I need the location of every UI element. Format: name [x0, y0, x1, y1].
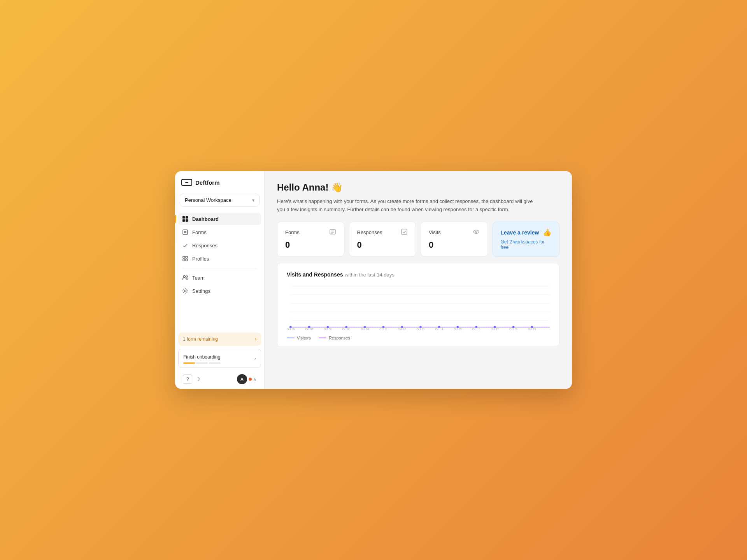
- svg-point-13: [184, 290, 186, 292]
- svg-text:Oct 15: Oct 15: [454, 328, 462, 331]
- responses-icon: [182, 242, 188, 248]
- progress-step-3: [209, 362, 221, 364]
- svg-text:2: 2: [287, 310, 287, 314]
- onboarding-arrow: ›: [254, 355, 256, 361]
- stat-card-responses-header: Responses: [357, 228, 408, 237]
- form-remaining-text: 1 form remaining: [183, 336, 218, 342]
- svg-text:Oct 09: Oct 09: [342, 328, 351, 331]
- sidebar-item-dashboard[interactable]: Dashboard: [178, 213, 261, 225]
- logo-icon: [181, 179, 192, 186]
- svg-text:1: 1: [287, 319, 287, 322]
- stat-visits-label: Visits: [429, 229, 441, 235]
- help-icon[interactable]: ?: [183, 374, 192, 384]
- dashboard-icon: [182, 216, 188, 222]
- sidebar-bottom: 1 form remaining › Finish onboarding › ?: [175, 332, 264, 384]
- svg-rect-2: [182, 219, 185, 222]
- svg-text:3: 3: [287, 302, 287, 305]
- responses-legend-dot: [319, 338, 326, 338]
- workspace-selector[interactable]: Personal Workspace ▾: [180, 194, 260, 206]
- svg-text:Oct 17: Oct 17: [491, 328, 499, 331]
- avatar-area[interactable]: A ∧: [237, 374, 256, 384]
- progress-step-2: [196, 362, 208, 364]
- visitors-legend-label: Visitors: [297, 336, 311, 340]
- review-label: Leave a review: [501, 229, 539, 236]
- svg-text:Oct 10: Oct 10: [361, 328, 369, 331]
- moon-icon[interactable]: ☽: [195, 376, 200, 382]
- svg-text:Oct 16: Oct 16: [472, 328, 480, 331]
- svg-rect-1: [186, 216, 188, 219]
- sidebar-item-forms[interactable]: Forms: [178, 226, 261, 238]
- stat-card-visits: Visits 0: [421, 222, 488, 257]
- profiles-icon: [182, 256, 188, 262]
- stat-visits-value: 0: [429, 240, 480, 250]
- main-content: Hello Anna! 👋 Here's what's happening wi…: [265, 171, 572, 389]
- page-description: Here's what's happening with your forms.…: [277, 198, 542, 214]
- stat-forms-label: Forms: [285, 229, 300, 235]
- legend-visitors: Visitors: [287, 336, 311, 340]
- chart-area: 5 4 3 2 1 0: [287, 284, 550, 339]
- app-name: Deftform: [195, 179, 220, 186]
- review-card[interactable]: Leave a review 👍 Get 2 workspaces for fr…: [493, 222, 560, 257]
- sidebar: Deftform Personal Workspace ▾ Dashboard: [175, 171, 265, 389]
- svg-text:Oct 19: Oct 19: [528, 328, 536, 331]
- chart-title: Visits and Responses: [287, 271, 343, 278]
- svg-rect-3: [186, 219, 188, 222]
- svg-point-20: [475, 231, 477, 233]
- form-remaining-banner[interactable]: 1 form remaining ›: [178, 332, 261, 346]
- chart-subtitle: within the last 14 days: [345, 272, 395, 278]
- nav-section: Dashboard Forms: [175, 213, 264, 332]
- footer-icons: ? ☽: [183, 374, 200, 384]
- review-card-header: Leave a review 👍: [501, 228, 552, 237]
- chevron-up-icon: ∧: [253, 377, 256, 382]
- sidebar-forms-label: Forms: [192, 229, 207, 235]
- form-remaining-arrow: ›: [255, 336, 256, 342]
- sidebar-dashboard-label: Dashboard: [192, 216, 219, 222]
- svg-point-11: [184, 276, 186, 278]
- chart-card: Visits and Responses within the last 14 …: [277, 263, 559, 347]
- svg-text:5: 5: [287, 285, 287, 288]
- stat-responses-value: 0: [357, 240, 408, 250]
- forms-stat-icon: [329, 228, 336, 237]
- chart-title-row: Visits and Responses within the last 14 …: [287, 271, 550, 278]
- svg-text:4: 4: [287, 293, 287, 297]
- svg-point-19: [473, 230, 479, 233]
- svg-text:Oct 13: Oct 13: [417, 328, 425, 331]
- app-logo: Deftform: [175, 179, 264, 194]
- app-window: Deftform Personal Workspace ▾ Dashboard: [175, 171, 572, 389]
- onboarding-progress: [183, 362, 221, 364]
- svg-text:Oct 11: Oct 11: [379, 328, 388, 331]
- svg-rect-18: [402, 229, 407, 234]
- legend-responses: Responses: [319, 336, 350, 340]
- sidebar-item-profiles[interactable]: Profiles: [178, 252, 261, 265]
- workspace-name: Personal Workspace: [185, 197, 231, 203]
- svg-rect-4: [183, 230, 188, 234]
- settings-icon: [182, 288, 188, 294]
- svg-text:Oct 18: Oct 18: [509, 328, 517, 331]
- svg-rect-7: [183, 256, 185, 258]
- sidebar-item-settings[interactable]: Settings: [178, 285, 261, 297]
- chart-legend: Visitors Responses: [287, 336, 550, 340]
- sidebar-responses-label: Responses: [192, 243, 217, 248]
- svg-rect-0: [182, 216, 185, 219]
- onboarding-banner[interactable]: Finish onboarding ›: [178, 349, 261, 368]
- responses-stat-icon: [401, 228, 408, 237]
- sidebar-profiles-label: Profiles: [192, 256, 209, 262]
- chevron-down-icon: ▾: [252, 198, 254, 203]
- svg-text:Oct 06: Oct 06: [287, 328, 295, 331]
- stat-card-forms-header: Forms: [285, 228, 336, 237]
- stats-row: Forms 0 Responses: [277, 222, 559, 257]
- sidebar-item-responses[interactable]: Responses: [178, 239, 261, 252]
- page-title: Hello Anna! 👋: [277, 182, 559, 193]
- stat-card-forms: Forms 0: [277, 222, 344, 257]
- stat-responses-label: Responses: [357, 229, 382, 235]
- onboarding-text: Finish onboarding: [183, 354, 220, 360]
- notification-dot: [249, 378, 252, 381]
- avatar: A: [237, 374, 247, 384]
- stat-card-responses: Responses 0: [349, 222, 416, 257]
- svg-rect-8: [186, 256, 188, 258]
- stat-card-visits-header: Visits: [429, 228, 480, 237]
- team-icon: [182, 275, 188, 281]
- sidebar-team-label: Team: [192, 275, 205, 281]
- sidebar-item-team[interactable]: Team: [178, 271, 261, 284]
- svg-text:Oct 14: Oct 14: [435, 328, 443, 331]
